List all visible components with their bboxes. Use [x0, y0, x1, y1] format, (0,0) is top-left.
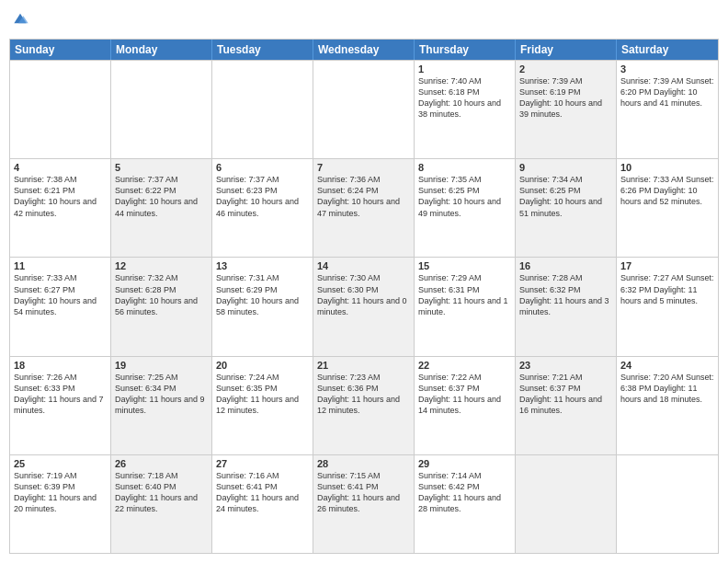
cal-cell	[617, 455, 718, 553]
day-number: 3	[620, 63, 714, 75]
cal-cell: 13Sunrise: 7:31 AM Sunset: 6:29 PM Dayli…	[212, 258, 313, 355]
day-info: Sunrise: 7:26 AM Sunset: 6:33 PM Dayligh…	[14, 372, 107, 417]
logo	[9, 9, 31, 31]
day-number: 24	[620, 360, 714, 371]
day-number: 7	[317, 162, 410, 173]
day-number: 12	[115, 260, 208, 271]
cal-cell	[313, 61, 415, 158]
cal-cell: 1Sunrise: 7:40 AM Sunset: 6:18 PM Daylig…	[415, 61, 516, 158]
cal-cell: 20Sunrise: 7:24 AM Sunset: 6:35 PM Dayli…	[212, 357, 313, 454]
day-number: 2	[519, 63, 612, 75]
cal-cell: 9Sunrise: 7:34 AM Sunset: 6:25 PM Daylig…	[516, 159, 617, 257]
cal-cell: 12Sunrise: 7:32 AM Sunset: 6:28 PM Dayli…	[111, 258, 212, 355]
header	[9, 9, 719, 31]
day-number: 8	[418, 162, 511, 173]
cal-cell: 18Sunrise: 7:26 AM Sunset: 6:33 PM Dayli…	[10, 357, 111, 454]
day-info: Sunrise: 7:22 AM Sunset: 6:37 PM Dayligh…	[418, 372, 511, 417]
cal-cell: 5Sunrise: 7:37 AM Sunset: 6:22 PM Daylig…	[111, 159, 212, 257]
day-info: Sunrise: 7:25 AM Sunset: 6:34 PM Dayligh…	[115, 372, 208, 417]
calendar-body: 1Sunrise: 7:40 AM Sunset: 6:18 PM Daylig…	[10, 60, 718, 553]
day-info: Sunrise: 7:18 AM Sunset: 6:40 PM Dayligh…	[115, 470, 208, 515]
cal-cell: 8Sunrise: 7:35 AM Sunset: 6:25 PM Daylig…	[415, 159, 516, 257]
calendar-row-2: 4Sunrise: 7:38 AM Sunset: 6:21 PM Daylig…	[10, 158, 718, 257]
day-number: 6	[216, 162, 309, 173]
day-info: Sunrise: 7:28 AM Sunset: 6:32 PM Dayligh…	[519, 272, 612, 317]
day-number: 19	[115, 360, 208, 371]
day-number: 21	[317, 360, 410, 371]
day-info: Sunrise: 7:31 AM Sunset: 6:29 PM Dayligh…	[216, 272, 309, 317]
day-info: Sunrise: 7:23 AM Sunset: 6:36 PM Dayligh…	[317, 372, 410, 417]
day-number: 10	[620, 162, 714, 173]
cal-cell: 15Sunrise: 7:29 AM Sunset: 6:31 PM Dayli…	[415, 258, 516, 355]
day-info: Sunrise: 7:35 AM Sunset: 6:25 PM Dayligh…	[418, 174, 511, 219]
day-header-thursday: Thursday	[415, 40, 516, 60]
day-number: 16	[519, 260, 612, 271]
day-number: 23	[519, 360, 612, 371]
cal-cell	[10, 61, 111, 158]
day-info: Sunrise: 7:36 AM Sunset: 6:24 PM Dayligh…	[317, 174, 410, 219]
cal-cell: 25Sunrise: 7:19 AM Sunset: 6:39 PM Dayli…	[10, 455, 111, 553]
day-number: 17	[620, 260, 714, 271]
day-header-sunday: Sunday	[10, 40, 111, 60]
cal-cell: 10Sunrise: 7:33 AM Sunset: 6:26 PM Dayli…	[617, 159, 718, 257]
calendar-row-5: 25Sunrise: 7:19 AM Sunset: 6:39 PM Dayli…	[10, 454, 718, 553]
cal-cell: 27Sunrise: 7:16 AM Sunset: 6:41 PM Dayli…	[212, 455, 313, 553]
day-number: 22	[418, 360, 511, 371]
cal-cell: 28Sunrise: 7:15 AM Sunset: 6:41 PM Dayli…	[313, 455, 415, 553]
day-number: 26	[115, 458, 208, 469]
day-number: 28	[317, 458, 410, 469]
day-header-monday: Monday	[111, 40, 212, 60]
day-info: Sunrise: 7:39 AM Sunset: 6:19 PM Dayligh…	[519, 75, 612, 121]
page: SundayMondayTuesdayWednesdayThursdayFrid…	[0, 0, 728, 563]
day-number: 20	[216, 360, 309, 371]
cal-cell: 23Sunrise: 7:21 AM Sunset: 6:37 PM Dayli…	[516, 357, 617, 454]
cal-cell: 16Sunrise: 7:28 AM Sunset: 6:32 PM Dayli…	[516, 258, 617, 355]
day-header-wednesday: Wednesday	[313, 40, 415, 60]
day-info: Sunrise: 7:29 AM Sunset: 6:31 PM Dayligh…	[418, 272, 511, 317]
cal-cell: 22Sunrise: 7:22 AM Sunset: 6:37 PM Dayli…	[415, 357, 516, 454]
calendar-row-4: 18Sunrise: 7:26 AM Sunset: 6:33 PM Dayli…	[10, 356, 718, 454]
cal-cell: 3Sunrise: 7:39 AM Sunset: 6:20 PM Daylig…	[617, 61, 718, 158]
day-number: 1	[418, 63, 511, 75]
cal-cell: 11Sunrise: 7:33 AM Sunset: 6:27 PM Dayli…	[10, 258, 111, 355]
day-info: Sunrise: 7:40 AM Sunset: 6:18 PM Dayligh…	[418, 75, 511, 121]
day-info: Sunrise: 7:33 AM Sunset: 6:26 PM Dayligh…	[620, 174, 714, 207]
day-info: Sunrise: 7:27 AM Sunset: 6:32 PM Dayligh…	[620, 272, 714, 305]
day-info: Sunrise: 7:16 AM Sunset: 6:41 PM Dayligh…	[216, 470, 309, 515]
cal-cell: 17Sunrise: 7:27 AM Sunset: 6:32 PM Dayli…	[617, 258, 718, 355]
cal-cell: 26Sunrise: 7:18 AM Sunset: 6:40 PM Dayli…	[111, 455, 212, 553]
cal-cell	[212, 61, 313, 158]
day-number: 25	[14, 458, 107, 469]
calendar: SundayMondayTuesdayWednesdayThursdayFrid…	[9, 39, 719, 554]
calendar-row-1: 1Sunrise: 7:40 AM Sunset: 6:18 PM Daylig…	[10, 60, 718, 158]
day-info: Sunrise: 7:20 AM Sunset: 6:38 PM Dayligh…	[620, 372, 714, 405]
day-number: 4	[14, 162, 107, 173]
day-info: Sunrise: 7:21 AM Sunset: 6:37 PM Dayligh…	[519, 372, 612, 417]
day-number: 15	[418, 260, 511, 271]
day-number: 18	[14, 360, 107, 371]
day-number: 29	[418, 458, 511, 469]
day-number: 9	[519, 162, 612, 173]
day-info: Sunrise: 7:34 AM Sunset: 6:25 PM Dayligh…	[519, 174, 612, 219]
day-info: Sunrise: 7:37 AM Sunset: 6:22 PM Dayligh…	[115, 174, 208, 219]
calendar-header-row: SundayMondayTuesdayWednesdayThursdayFrid…	[10, 40, 718, 60]
day-info: Sunrise: 7:24 AM Sunset: 6:35 PM Dayligh…	[216, 372, 309, 417]
day-header-friday: Friday	[516, 40, 617, 60]
cal-cell	[111, 61, 212, 158]
logo-icon	[11, 9, 29, 28]
calendar-row-3: 11Sunrise: 7:33 AM Sunset: 6:27 PM Dayli…	[10, 257, 718, 355]
day-info: Sunrise: 7:19 AM Sunset: 6:39 PM Dayligh…	[14, 470, 107, 515]
day-number: 27	[216, 458, 309, 469]
cal-cell: 24Sunrise: 7:20 AM Sunset: 6:38 PM Dayli…	[617, 357, 718, 454]
day-info: Sunrise: 7:39 AM Sunset: 6:20 PM Dayligh…	[620, 75, 714, 109]
day-info: Sunrise: 7:38 AM Sunset: 6:21 PM Dayligh…	[14, 174, 107, 219]
day-header-tuesday: Tuesday	[212, 40, 313, 60]
day-info: Sunrise: 7:15 AM Sunset: 6:41 PM Dayligh…	[317, 470, 410, 515]
day-number: 13	[216, 260, 309, 271]
cal-cell: 29Sunrise: 7:14 AM Sunset: 6:42 PM Dayli…	[415, 455, 516, 553]
day-info: Sunrise: 7:37 AM Sunset: 6:23 PM Dayligh…	[216, 174, 309, 219]
day-info: Sunrise: 7:33 AM Sunset: 6:27 PM Dayligh…	[14, 272, 107, 317]
day-info: Sunrise: 7:14 AM Sunset: 6:42 PM Dayligh…	[418, 470, 511, 515]
cal-cell: 7Sunrise: 7:36 AM Sunset: 6:24 PM Daylig…	[313, 159, 415, 257]
day-info: Sunrise: 7:32 AM Sunset: 6:28 PM Dayligh…	[115, 272, 208, 317]
